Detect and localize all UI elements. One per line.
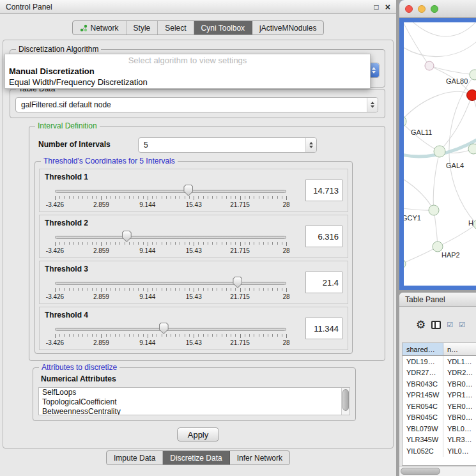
tab-style[interactable]: Style: [127, 21, 158, 35]
tick-mark: [111, 196, 111, 199]
node[interactable]: [404, 259, 406, 268]
tick-mark: [286, 334, 287, 338]
columns-icon[interactable]: [431, 321, 441, 329]
threshold-panel-1: Threshold 1-3.4262.8599.14415.4321.71528…: [39, 169, 348, 212]
tab-label: Impute Data: [114, 454, 155, 463]
slider-thumb[interactable]: [233, 277, 242, 288]
tab-impute-data[interactable]: Impute Data: [107, 451, 163, 464]
threshold-slider[interactable]: -3.4262.8599.14415.4321.71528: [55, 232, 286, 256]
tick-mark: [282, 242, 282, 245]
node[interactable]: [433, 242, 443, 252]
tick-mark: [240, 242, 241, 246]
node[interactable]: [425, 61, 434, 70]
slider-thumb[interactable]: [159, 323, 169, 334]
dropdown-option-equal-width-frequency[interactable]: Equal Width/Frequency Discretization: [5, 77, 370, 88]
network-window-titlebar: [399, 0, 476, 18]
threshold-slider[interactable]: -3.4262.8599.14415.4321.71528: [55, 186, 286, 210]
selected-node[interactable]: [467, 90, 476, 101]
close-window-icon[interactable]: ×: [385, 3, 390, 12]
tick-label: 21.715: [230, 201, 250, 208]
table-row[interactable]: YBR045CYBR0…: [403, 412, 476, 424]
tab-network[interactable]: Network: [73, 21, 127, 35]
tick-mark: [180, 196, 180, 199]
node[interactable]: [404, 116, 406, 127]
tab-jactivemnodules[interactable]: jActiveMNodules: [252, 21, 323, 35]
node[interactable]: [468, 144, 476, 154]
close-traffic-light-icon[interactable]: [405, 5, 413, 13]
number-of-intervals-select[interactable]: 5: [138, 137, 317, 153]
column-header-name[interactable]: n…: [443, 343, 476, 355]
tab-discretize-data[interactable]: Discretize Data: [163, 451, 229, 464]
column-header-shared-name[interactable]: shared…: [403, 343, 443, 355]
tick-label: 28: [282, 247, 289, 254]
tick-mark: [217, 196, 217, 199]
tab-select[interactable]: Select: [158, 21, 194, 35]
threshold-slider[interactable]: -3.4262.8599.14415.4321.71528: [55, 324, 286, 348]
slider-track[interactable]: [55, 190, 286, 193]
threshold-value-field[interactable]: 14.713: [305, 180, 342, 201]
tick-mark: [82, 242, 83, 245]
node[interactable]: [470, 70, 476, 80]
dropdown-option-manual-discretization[interactable]: Manual Discretization: [5, 66, 370, 77]
float-window-icon[interactable]: □: [374, 3, 379, 12]
network-canvas[interactable]: GAL80 GAL11 GAL4 GCY1 HAP2 H: [404, 22, 476, 286]
tick-mark: [189, 196, 190, 199]
tick-mark: [125, 288, 125, 291]
tab-infer-network[interactable]: Infer Network: [230, 451, 289, 464]
slider-thumb[interactable]: [183, 185, 193, 196]
table-row[interactable]: YBR043CYBR0…: [403, 378, 476, 390]
threshold-value-field[interactable]: 6.316: [305, 226, 342, 247]
tick-mark: [157, 288, 157, 291]
apply-button[interactable]: Apply: [177, 427, 219, 441]
tick-mark: [249, 334, 250, 337]
slider-thumb[interactable]: [122, 231, 132, 242]
table-row[interactable]: YER054CYER0…: [403, 401, 476, 412]
table-row[interactable]: YIL052CYIL0…: [403, 445, 476, 457]
control-panel-window: Control Panel □ × NetworkStyleSelectCyni…: [0, 0, 396, 476]
scrollbar-thumb[interactable]: [401, 468, 440, 475]
tick-label: -3.426: [46, 339, 64, 346]
tab-cyni-toolbox[interactable]: Cyni Toolbox: [194, 21, 252, 35]
threshold-slider[interactable]: -3.4262.8599.14415.4321.71528: [55, 278, 286, 302]
combo-stepper-icon[interactable]: [367, 98, 378, 112]
tick-mark: [180, 334, 180, 337]
table-panel-title: Table Panel: [405, 295, 445, 304]
tick-mark: [55, 196, 56, 200]
slider-track[interactable]: [55, 328, 286, 331]
numerical-attribute-item[interactable]: TopologicalCoefficient: [39, 397, 349, 407]
tick-mark: [148, 196, 148, 200]
tick-mark: [64, 196, 65, 199]
table-row[interactable]: YLR345WYLR3…: [403, 434, 476, 446]
combo-stepper-icon[interactable]: [305, 138, 316, 152]
table-cell: YBL079W: [403, 423, 443, 434]
gear-icon[interactable]: ⚙: [416, 319, 426, 330]
threshold-value-field[interactable]: 11.344: [305, 318, 342, 339]
numerical-attributes-list[interactable]: SelfLoopsTopologicalCoefficientBetweenne…: [38, 387, 350, 415]
checkbox-icon[interactable]: ☑: [447, 321, 453, 328]
table-row[interactable]: YDL19…YDL1…: [403, 356, 476, 367]
tick-mark: [203, 288, 204, 291]
threshold-value-field[interactable]: 21.4: [305, 272, 342, 293]
slider-track[interactable]: [55, 282, 286, 285]
tick-mark: [203, 196, 204, 199]
tick-mark: [185, 242, 185, 245]
minimize-traffic-light-icon[interactable]: [418, 5, 426, 13]
scrollbar-thumb[interactable]: [342, 389, 349, 411]
control-panel-titlebar: Control Panel □ ×: [0, 0, 396, 14]
table-row[interactable]: YDR27…YDR2…: [403, 367, 476, 379]
table-data-selected-value: galFiltered.sif default node: [21, 100, 111, 109]
tick-mark: [226, 334, 227, 337]
checkbox-icon[interactable]: ☑: [459, 321, 465, 328]
table-horizontal-scrollbar[interactable]: [399, 466, 476, 476]
table-cell: YPR145W: [403, 390, 443, 401]
table-data-select[interactable]: galFiltered.sif default node: [15, 97, 378, 112]
node[interactable]: [434, 146, 445, 157]
numerical-attribute-item[interactable]: SelfLoops: [39, 388, 349, 397]
node[interactable]: [429, 205, 439, 215]
list-vertical-scrollbar[interactable]: [341, 388, 349, 415]
table-row[interactable]: YPR145WYPR1…: [403, 390, 476, 401]
table-row[interactable]: YBL079WYBL0…: [403, 423, 476, 434]
numerical-attribute-item[interactable]: BetweennessCentrality: [39, 407, 349, 415]
slider-track[interactable]: [55, 236, 286, 239]
zoom-traffic-light-icon[interactable]: [431, 5, 438, 13]
